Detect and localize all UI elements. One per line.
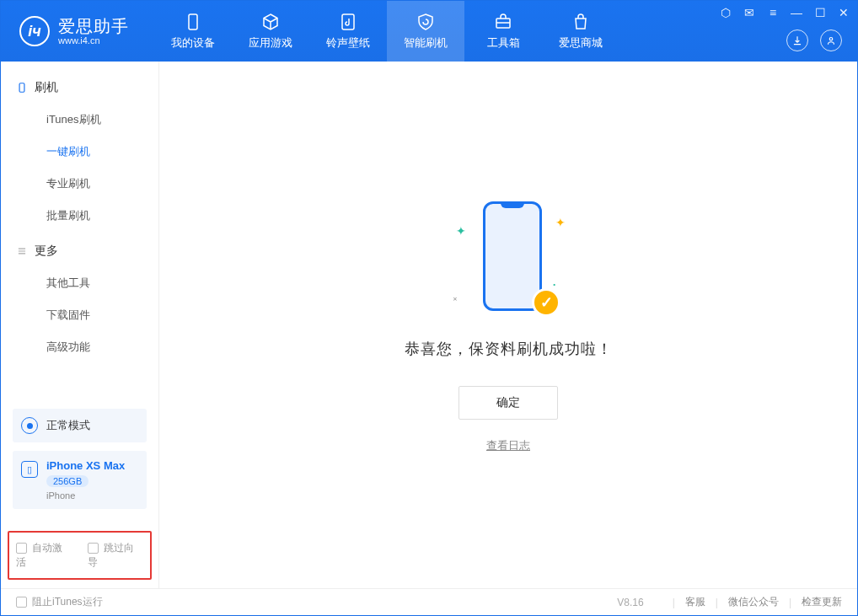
mode-card[interactable]: 正常模式: [13, 409, 147, 442]
logo-icon: iч: [19, 16, 50, 46]
shirt-icon[interactable]: ⬡: [719, 6, 732, 19]
list-icon: [16, 245, 28, 257]
cube-icon: [260, 12, 281, 32]
svg-rect-4: [19, 83, 24, 93]
close-button[interactable]: ✕: [837, 6, 850, 19]
nav-ringtones-wallpapers[interactable]: 铃声壁纸: [309, 1, 387, 62]
nav-apps-games[interactable]: 应用游戏: [232, 1, 309, 62]
sidebar-item-batch-flash[interactable]: 批量刷机: [1, 200, 158, 232]
nav-store[interactable]: 爱思商城: [542, 1, 619, 62]
download-button[interactable]: [786, 29, 808, 51]
sidebar-item-advanced[interactable]: 高级功能: [1, 331, 158, 363]
feedback-icon[interactable]: ✉: [743, 6, 756, 19]
sidebar-item-other-tools[interactable]: 其他工具: [1, 267, 158, 299]
app-url: www.i4.cn: [58, 35, 129, 46]
device-name: iPhone XS Max: [46, 459, 125, 472]
app-name: 爱思助手: [58, 17, 129, 35]
device-type: iPhone: [46, 490, 125, 501]
nav-tabs: 我的设备 应用游戏 铃声壁纸 智能刷机 工具箱 爱思商城: [154, 1, 619, 62]
sidebar-group-more: 更多: [1, 232, 158, 267]
footer-link-update[interactable]: 检查更新: [802, 595, 842, 609]
sidebar-item-download-firmware[interactable]: 下载固件: [1, 299, 158, 331]
device-phone-icon: ▯: [21, 461, 38, 478]
maximize-button[interactable]: ☐: [813, 6, 827, 19]
mode-label: 正常模式: [46, 418, 90, 433]
phone-icon: [16, 82, 28, 94]
auto-activate-checkbox[interactable]: 自动激活: [16, 541, 72, 570]
nav-smart-flash[interactable]: 智能刷机: [387, 1, 464, 62]
shield-refresh-icon: [416, 12, 436, 32]
success-illustration: ✦ + ✦ • ✓: [449, 197, 567, 324]
block-itunes-checkbox[interactable]: 阻止iTunes运行: [16, 595, 103, 609]
version-label: V8.16: [617, 597, 643, 608]
ok-button[interactable]: 确定: [458, 386, 558, 420]
skip-guide-checkbox[interactable]: 跳过向导: [88, 541, 144, 570]
footer-link-support[interactable]: 客服: [685, 595, 705, 609]
title-bar: iч 爱思助手 www.i4.cn 我的设备 应用游戏 铃声壁纸 智能刷机 工具…: [1, 1, 857, 62]
footer-link-wechat[interactable]: 微信公众号: [728, 595, 779, 609]
window-controls: ⬡ ✉ ≡ — ☐ ✕: [719, 6, 850, 19]
download-icon: [791, 35, 803, 46]
mode-icon: [21, 417, 38, 434]
flash-options: 自动激活 跳过向导: [8, 531, 152, 580]
device-icon: [183, 12, 203, 32]
menu-icon[interactable]: ≡: [766, 6, 780, 19]
toolbox-icon: [493, 12, 513, 32]
device-capacity: 256GB: [46, 475, 88, 487]
nav-my-device[interactable]: 我的设备: [154, 1, 232, 62]
main-content: ✦ + ✦ • ✓ 恭喜您，保资料刷机成功啦！ 确定 查看日志: [159, 62, 857, 588]
success-message: 恭喜您，保资料刷机成功啦！: [405, 339, 613, 359]
sidebar-item-itunes-flash[interactable]: iTunes刷机: [1, 104, 158, 136]
view-log-link[interactable]: 查看日志: [486, 438, 530, 453]
app-logo: iч 爱思助手 www.i4.cn: [1, 16, 146, 46]
bag-icon: [571, 12, 591, 32]
check-icon: ✓: [532, 288, 560, 317]
header-actions: [786, 29, 842, 51]
user-icon: [825, 35, 837, 46]
music-file-icon: [338, 12, 358, 32]
sidebar: 刷机 iTunes刷机 一键刷机 专业刷机 批量刷机 更多 其他工具 下载固件 …: [1, 62, 159, 588]
sidebar-item-onekey-flash[interactable]: 一键刷机: [1, 136, 158, 168]
svg-point-3: [829, 38, 833, 41]
device-card[interactable]: ▯ iPhone XS Max 256GB iPhone: [13, 451, 147, 509]
nav-toolbox[interactable]: 工具箱: [464, 1, 542, 62]
sidebar-group-flash: 刷机: [1, 68, 158, 104]
svg-rect-0: [189, 14, 197, 29]
account-button[interactable]: [820, 29, 842, 51]
sidebar-item-pro-flash[interactable]: 专业刷机: [1, 168, 158, 200]
minimize-button[interactable]: —: [790, 6, 803, 19]
svg-rect-1: [342, 14, 354, 29]
status-bar: 阻止iTunes运行 V8.16 | 客服 | 微信公众号 | 检查更新: [1, 588, 857, 615]
